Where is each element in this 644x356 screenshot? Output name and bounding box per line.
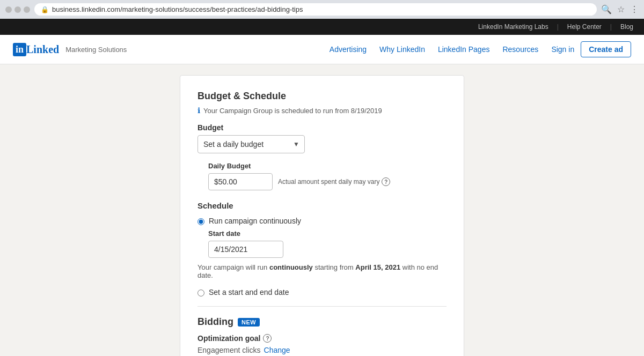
browser-toolbar-icons: 🔍 ☆ ⋮	[601, 4, 639, 14]
nav-links: Advertising Why LinkedIn LinkedIn Pages …	[330, 45, 539, 54]
help-center-link[interactable]: Help Center	[567, 23, 602, 31]
campaign-info-date: April 15, 2021	[355, 263, 400, 271]
daily-budget-row: Actual amount spent daily may vary ?	[208, 173, 447, 190]
daily-budget-input[interactable]	[208, 173, 273, 190]
bidding-section: Bidding NEW Optimization goal ? Engageme…	[197, 316, 447, 356]
browser-chrome: 🔒 business.linkedin.com/marketing-soluti…	[0, 0, 644, 19]
campaign-info-mid: starting from	[313, 263, 355, 271]
daily-budget-help-icon[interactable]: ?	[382, 177, 390, 186]
set-start-end-radio[interactable]	[197, 290, 204, 296]
start-date-input[interactable]	[208, 241, 283, 258]
set-start-end-radio-row: Set a start and end date	[197, 288, 447, 296]
daily-budget-hint-text: Actual amount spent daily may vary	[278, 178, 379, 186]
budget-type-select-wrapper: Set a daily budget Set a lifetime budget…	[197, 135, 305, 153]
start-date-indent: Start date	[208, 229, 447, 263]
browser-dots	[5, 6, 30, 13]
browser-dot-red	[5, 6, 12, 13]
divider-2: |	[610, 23, 612, 31]
campaign-info-continuous: continuously	[269, 263, 313, 271]
campaign-group-info-text: Your Campaign Group is scheduled to run …	[203, 107, 382, 115]
nav-advertising[interactable]: Advertising	[330, 45, 367, 54]
daily-budget-indent: Daily Budget Actual amount spent daily m…	[208, 162, 447, 190]
campaign-info-text: Your campaign will run continuously star…	[197, 263, 447, 279]
campaign-info-prefix: Your campaign will run	[197, 263, 269, 271]
info-icon: ℹ	[197, 106, 200, 115]
main-content: Budget & Schedule ℹ Your Campaign Group …	[0, 64, 644, 356]
bookmark-icon[interactable]: ☆	[617, 4, 625, 14]
optimization-goal-value-text: Engagement clicks	[197, 346, 261, 354]
set-start-end-label: Set a start and end date	[209, 288, 289, 296]
address-text: business.linkedin.com/marketing-solution…	[52, 5, 303, 13]
run-continuously-radio-row: Run campaign continuously	[197, 217, 447, 225]
main-nav: in Linked Marketing Solutions Advertisin…	[0, 35, 644, 64]
linkedin-in-badge: in	[13, 43, 26, 56]
start-date-label: Start date	[208, 229, 447, 238]
run-continuously-label: Run campaign continuously	[209, 217, 301, 225]
nav-actions: Sign in Create ad	[551, 41, 631, 57]
blog-link[interactable]: Blog	[620, 23, 633, 31]
budget-type-select[interactable]: Set a daily budget Set a lifetime budget	[197, 135, 305, 153]
nav-linkedin-pages[interactable]: LinkedIn Pages	[438, 45, 490, 54]
more-icon[interactable]: ⋮	[630, 4, 639, 14]
signin-button[interactable]: Sign in	[551, 45, 574, 54]
new-badge: NEW	[238, 318, 260, 327]
optimization-goal-label-text: Optimization goal	[197, 334, 260, 343]
create-ad-button[interactable]: Create ad	[581, 41, 631, 57]
nav-resources[interactable]: Resources	[502, 45, 538, 54]
budget-field-label: Budget	[197, 123, 447, 132]
linkedin-wordmark: Linked	[26, 43, 59, 56]
bidding-title: Bidding	[197, 316, 233, 328]
marketing-solutions-label: Marketing Solutions	[65, 46, 127, 54]
linkedin-logo[interactable]: in Linked	[13, 43, 59, 56]
optimization-goal-value-row: Engagement clicks Change	[197, 346, 447, 354]
top-bar: LinkedIn Marketing Labs | Help Center | …	[0, 19, 644, 35]
address-bar[interactable]: 🔒 business.linkedin.com/marketing-soluti…	[34, 3, 597, 16]
form-card: Budget & Schedule ℹ Your Campaign Group …	[180, 75, 464, 356]
budget-schedule-title: Budget & Schedule	[197, 91, 447, 102]
logo-area: in Linked Marketing Solutions	[13, 43, 127, 56]
section-divider	[197, 306, 447, 307]
change-link[interactable]: Change	[264, 346, 290, 354]
campaign-group-info-row: ℹ Your Campaign Group is scheduled to ru…	[197, 106, 447, 115]
run-continuously-radio[interactable]	[197, 218, 204, 225]
schedule-label: Schedule	[197, 201, 447, 210]
browser-dot-yellow	[14, 6, 21, 13]
security-icon: 🔒	[41, 6, 49, 13]
budget-schedule-section: Budget & Schedule ℹ Your Campaign Group …	[197, 91, 447, 296]
daily-budget-label: Daily Budget	[208, 162, 447, 170]
daily-budget-hint: Actual amount spent daily may vary ?	[278, 177, 390, 186]
optimization-goal-label: Optimization goal ?	[197, 334, 447, 343]
divider-1: |	[557, 23, 559, 31]
linkedin-marketing-labs-link[interactable]: LinkedIn Marketing Labs	[478, 23, 548, 31]
browser-dot-green	[24, 6, 30, 13]
bidding-header: Bidding NEW	[197, 316, 447, 328]
optimization-goal-help-icon[interactable]: ?	[263, 334, 272, 343]
search-icon[interactable]: 🔍	[601, 4, 612, 14]
nav-why-linkedin[interactable]: Why LinkedIn	[379, 45, 425, 54]
